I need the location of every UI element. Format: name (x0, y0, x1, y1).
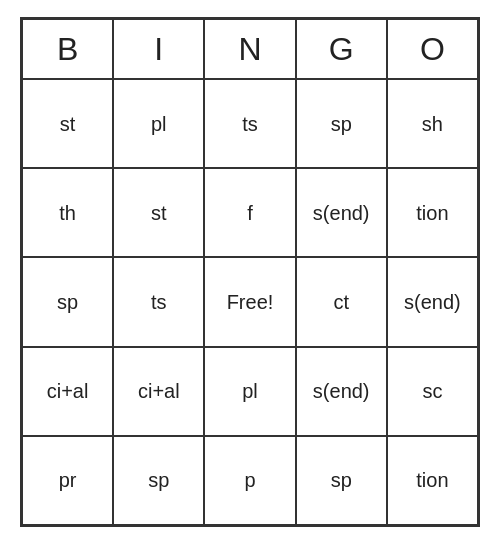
bingo-card: B I N G O st pl ts sp sh th st f s(end) … (20, 17, 480, 527)
cell-r3c1: sp (22, 257, 113, 346)
cell-r2c5: tion (387, 168, 478, 257)
header-n: N (204, 19, 295, 79)
cell-r4c1: ci+al (22, 347, 113, 436)
header-b: B (22, 19, 113, 79)
cell-r2c3: f (204, 168, 295, 257)
cell-r5c2: sp (113, 436, 204, 525)
cell-r2c2: st (113, 168, 204, 257)
cell-r1c1: st (22, 79, 113, 168)
cell-r3c3-free: Free! (204, 257, 295, 346)
cell-r1c2: pl (113, 79, 204, 168)
cell-r3c2: ts (113, 257, 204, 346)
cell-r1c3: ts (204, 79, 295, 168)
cell-r2c4: s(end) (296, 168, 387, 257)
cell-r1c5: sh (387, 79, 478, 168)
cell-r3c5: s(end) (387, 257, 478, 346)
cell-r4c3: pl (204, 347, 295, 436)
cell-r5c3: p (204, 436, 295, 525)
cell-r4c5: sc (387, 347, 478, 436)
cell-r3c4: ct (296, 257, 387, 346)
cell-r5c4: sp (296, 436, 387, 525)
header-g: G (296, 19, 387, 79)
cell-r4c2: ci+al (113, 347, 204, 436)
cell-r2c1: th (22, 168, 113, 257)
cell-r5c5: tion (387, 436, 478, 525)
cell-r1c4: sp (296, 79, 387, 168)
header-i: I (113, 19, 204, 79)
header-o: O (387, 19, 478, 79)
cell-r4c4: s(end) (296, 347, 387, 436)
cell-r5c1: pr (22, 436, 113, 525)
